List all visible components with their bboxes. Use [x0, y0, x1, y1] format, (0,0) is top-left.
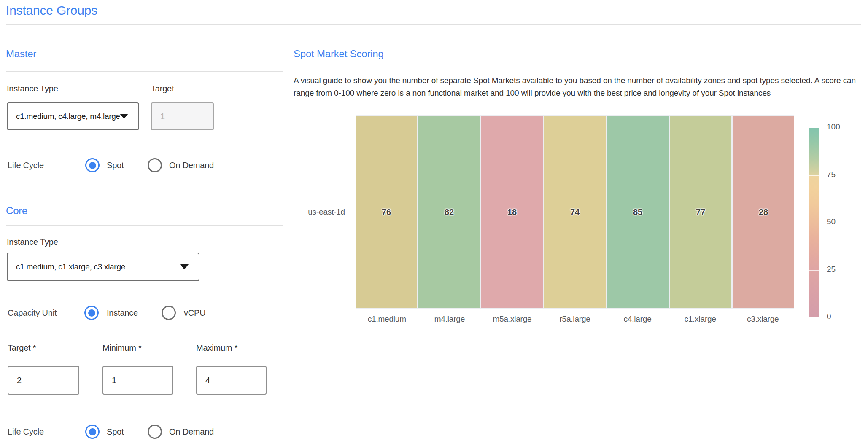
master-instance-type-label: Instance Type [7, 84, 58, 94]
core-capacity-unit-option-instance-label: Instance [107, 308, 138, 318]
core-life-cycle-option-on-demand-label: On Demand [169, 427, 214, 437]
core-capacity-unit-option-vcpu-label: vCPU [184, 308, 205, 318]
chevron-down-icon [180, 264, 189, 269]
instance-groups-page: Instance Groups Master Instance Type Tar… [0, 0, 868, 446]
master-life-cycle-option-on-demand-label: On Demand [169, 161, 214, 170]
core-target-input[interactable] [8, 366, 79, 395]
heatmap-cell-c1.xlarge[interactable]: 77 [670, 116, 731, 308]
heatmap-cell-value: 74 [570, 207, 580, 217]
heatmap-cell-c4.large[interactable]: 85 [607, 116, 669, 308]
master-instance-type-value: c1.medium, c4.large, m4.large, … [8, 112, 120, 121]
heatmap-x-label-c1.xlarge: c1.xlarge [669, 314, 732, 324]
colorbar-tick-25: 25 [827, 265, 836, 274]
master-life-cycle-radio-spot[interactable] [85, 158, 100, 172]
radio-dot [89, 162, 96, 169]
heatmap-cell-value: 77 [696, 207, 705, 217]
colorbar-tick-50: 50 [827, 217, 836, 226]
radio-dot [89, 428, 96, 435]
heatmap-x-label-m5a.xlarge: m5a.xlarge [481, 314, 544, 324]
heatmap-colorbar [809, 128, 819, 317]
colorbar-separator [809, 175, 819, 176]
colorbar-separator [809, 270, 819, 271]
heatmap-cell-value: 82 [445, 207, 454, 217]
spot-market-scoring-heading: Spot Market Scoring [294, 48, 384, 60]
core-maximum-label: Maximum * [196, 343, 237, 353]
radio-dot [88, 309, 95, 317]
core-divider [6, 225, 283, 226]
core-life-cycle-option-spot-label: Spot [107, 427, 124, 437]
heatmap-cell-m5a.xlarge[interactable]: 18 [481, 116, 543, 308]
spot-market-scoring-description: A visual guide to show you the number of… [294, 74, 861, 99]
master-section-heading: Master [6, 48, 36, 60]
heatmap-cell-c1.medium[interactable]: 76 [356, 116, 417, 308]
heatmap-cell-m4.large[interactable]: 82 [418, 116, 480, 308]
heatmap-x-label-c3.xlarge: c3.xlarge [731, 314, 794, 324]
master-life-cycle-radio-on-demand[interactable] [148, 158, 162, 172]
heatmap-x-label-r5a.large: r5a.large [544, 314, 607, 324]
core-life-cycle-label: Life Cycle [8, 427, 44, 437]
core-life-cycle-radio-on-demand[interactable] [148, 425, 162, 439]
core-section-heading: Core [6, 205, 27, 217]
colorbar-separator [809, 223, 819, 223]
core-instance-type-value: c1.medium, c1.xlarge, c3.xlarge [8, 262, 180, 271]
colorbar-tick-0: 0 [827, 312, 831, 321]
core-target-label: Target * [8, 343, 36, 353]
master-instance-type-dropdown[interactable]: c1.medium, c4.large, m4.large, … [7, 102, 139, 130]
colorbar-tick-75: 75 [827, 170, 836, 179]
heatmap-cell-r5a.large[interactable]: 74 [544, 116, 606, 308]
core-minimum-label: Minimum * [102, 343, 142, 353]
colorbar-ticks: 1007550250 [827, 128, 852, 317]
core-capacity-unit-radio-instance[interactable] [84, 306, 99, 320]
master-life-cycle-label: Life Cycle [8, 161, 44, 170]
core-maximum-input[interactable] [196, 366, 267, 395]
title-divider [6, 24, 861, 25]
core-capacity-unit-radio-vcpu[interactable] [162, 306, 176, 320]
heatmap-x-label-m4.large: m4.large [418, 314, 481, 324]
chevron-down-icon [120, 114, 128, 119]
heatmap-x-label-c1.medium: c1.medium [356, 314, 418, 324]
master-target-label: Target [151, 84, 174, 94]
page-title: Instance Groups [6, 3, 97, 18]
core-capacity-unit-label: Capacity Unit [8, 308, 57, 318]
heatmap-cell-value: 18 [507, 207, 517, 217]
master-divider [6, 71, 283, 72]
heatmap-x-labels: c1.mediumm4.largem5a.xlarger5a.largec4.l… [356, 314, 794, 324]
heatmap-cell-value: 76 [382, 207, 391, 217]
core-life-cycle-radio-spot[interactable] [85, 425, 100, 439]
heatmap-row: 76821874857728 [356, 116, 794, 308]
spot-market-heatmap: 76821874857728 [356, 115, 794, 309]
heatmap-row-label: us-east-1d [291, 207, 345, 217]
heatmap-cell-c3.xlarge[interactable]: 28 [733, 116, 794, 308]
core-instance-type-dropdown[interactable]: c1.medium, c1.xlarge, c3.xlarge [7, 253, 199, 281]
master-target-input[interactable] [151, 102, 214, 130]
heatmap-cell-value: 85 [633, 207, 642, 217]
core-minimum-input[interactable] [102, 366, 173, 395]
core-instance-type-label: Instance Type [7, 237, 58, 247]
master-life-cycle-option-spot-label: Spot [107, 161, 124, 170]
heatmap-cell-value: 28 [759, 207, 768, 217]
heatmap-x-label-c4.large: c4.large [606, 314, 669, 324]
colorbar-tick-100: 100 [827, 122, 840, 132]
